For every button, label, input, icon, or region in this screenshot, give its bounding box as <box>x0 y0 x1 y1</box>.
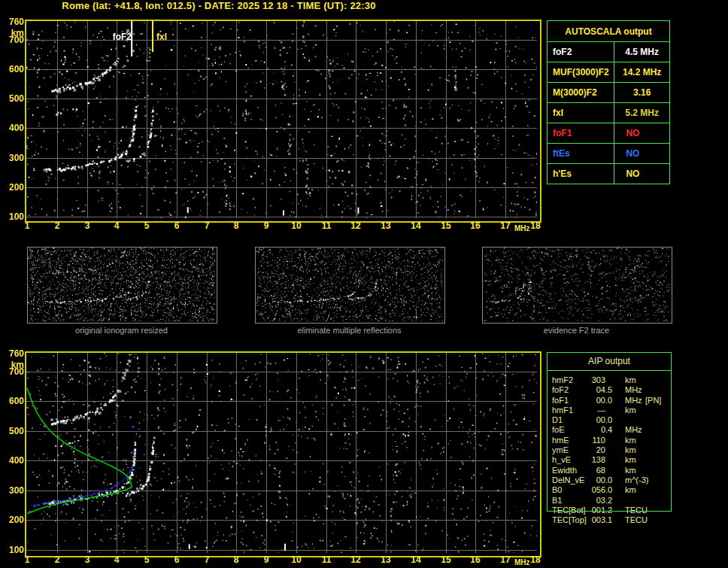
aip-unit: TECU <box>625 515 648 525</box>
aip-row: Ewidth68km <box>547 466 672 475</box>
aip-param: DelN_vE <box>552 475 584 485</box>
aip-unit: km <box>625 455 636 465</box>
x-tick-label: 3 <box>78 554 96 565</box>
fof2-marker-label: foF2 <box>88 32 132 42</box>
aip-row: foE0.4MHz <box>547 425 672 435</box>
y-tick-label: 400 <box>2 123 24 133</box>
x-tick-label: 11 <box>317 554 335 565</box>
table-row: M(3000)F23.16 <box>548 83 670 103</box>
x-tick-label: 10 <box>287 220 305 231</box>
x-tick-label: 15 <box>437 554 455 565</box>
x-tick-label: 16 <box>466 554 484 565</box>
aip-value-int: 04 <box>581 385 605 395</box>
x-tick-label: 9 <box>257 554 275 565</box>
aip-value-int: 138 <box>581 455 605 465</box>
aip-unit: km <box>625 485 636 495</box>
param-cell: foF2 <box>548 42 614 62</box>
x-tick-label: 13 <box>377 220 395 231</box>
aip-param: ymE <box>552 445 569 455</box>
aip-unit: m^(-3) <box>625 475 648 485</box>
x-axis-unit: MHz <box>514 557 537 568</box>
aip-value-int: 0 <box>581 425 605 435</box>
x-tick-label: 6 <box>168 554 186 565</box>
aip-row: TEC[Top]003.1TECU <box>547 515 672 525</box>
x-tick-label: 15 <box>437 220 455 231</box>
x-tick-label: 2 <box>48 554 66 565</box>
y-tick-label: 200 <box>2 182 24 193</box>
aip-unit: TECU <box>625 506 648 515</box>
value-cell: 14.2 MHz <box>614 62 670 83</box>
x-tick-label: 5 <box>138 220 156 231</box>
aip-param: hmE <box>552 436 569 445</box>
ionogram-plot-bottom <box>25 351 541 557</box>
aip-unit: MHz <box>625 396 642 405</box>
x-tick-label: 5 <box>138 554 156 565</box>
table-row: fxI5.2 MHz <box>548 103 670 123</box>
y-tick-label: 300 <box>2 485 24 496</box>
aip-param: foE <box>552 425 565 435</box>
y-tick-label: 760 <box>2 348 24 359</box>
aip-value-frac: .1 <box>605 515 612 525</box>
thumbnail-canvas-eliminate <box>256 248 443 321</box>
aip-row: TEC[Bot]001.2TECU <box>547 506 672 515</box>
y-axis-unit: km <box>2 360 24 370</box>
y-tick-label: 100 <box>2 211 24 222</box>
param-cell: MUF(3000)F2 <box>548 62 614 83</box>
x-tick-label: 17 <box>496 220 514 231</box>
x-tick-label: 4 <box>108 220 126 231</box>
aip-param: Ewidth <box>552 466 577 475</box>
autoscala-header: AUTOSCALA output <box>548 21 670 42</box>
x-tick-label: 7 <box>198 220 216 231</box>
y-tick-label: 200 <box>2 515 24 525</box>
aip-row: B103.2 <box>547 496 672 506</box>
aip-param: hmF1 <box>552 405 573 415</box>
x-tick-label: 6 <box>168 220 186 231</box>
aip-value-frac: .0 <box>605 396 612 405</box>
thumbnail-caption-original: original ionogram resized <box>27 326 216 335</box>
aip-value-int: 03 <box>581 496 605 506</box>
thumbnail-caption-evidence: evidence F2 trace <box>482 326 671 335</box>
x-tick-label: 12 <box>347 220 365 231</box>
thumbnail-original-ionogram <box>27 247 217 323</box>
table-row: MUF(3000)F214.2 MHz <box>548 62 670 83</box>
aip-table: AIP output hmF2303kmfoF204.5MHzfoF100.0M… <box>547 352 672 370</box>
param-cell: ftEs <box>548 144 614 164</box>
aip-extra: [PN] <box>645 396 661 405</box>
aip-value-int: 303 <box>581 375 605 385</box>
x-tick-label: 16 <box>466 220 484 231</box>
aip-row: foF204.5MHz <box>547 385 672 395</box>
aip-param: foF1 <box>552 396 569 405</box>
x-tick-label: 7 <box>198 554 216 565</box>
aip-value-int: 00 <box>581 475 605 485</box>
y-tick-label: 500 <box>2 93 24 104</box>
x-tick-label: 14 <box>407 220 425 231</box>
thumbnail-eliminate-multiples <box>255 247 445 323</box>
aip-row: DelN_vE00.0m^(-3) <box>547 475 672 485</box>
aip-value-int: 003 <box>581 515 605 525</box>
aip-param: hmF2 <box>552 375 573 385</box>
x-tick-label: 14 <box>407 554 425 565</box>
aip-unit: MHz <box>625 385 642 395</box>
y-tick-label: 600 <box>2 64 24 74</box>
page-title: Rome (lat: +41.8, lon: 012.5) - DATE: 20… <box>0 0 438 11</box>
aip-row: foF100.0MHz[PN] <box>547 396 672 405</box>
x-tick-label: 1 <box>18 554 36 565</box>
value-cell: NO <box>614 123 670 144</box>
x-tick-label: 9 <box>257 220 275 231</box>
aip-value-int: 20 <box>581 445 605 455</box>
aip-unit: km <box>625 445 636 455</box>
table-row: foF1NO <box>548 123 670 144</box>
x-tick-label: 17 <box>496 554 514 565</box>
aip-unit: MHz <box>625 425 642 435</box>
x-tick-label: 1 <box>18 220 36 231</box>
param-cell: foF1 <box>548 123 614 144</box>
x-axis-unit: MHz <box>514 223 537 234</box>
aip-row: hmF2303km <box>547 375 672 385</box>
ionogram-canvas-top <box>26 21 537 218</box>
aip-row: h_vE138km <box>547 455 672 465</box>
aip-value-frac: .0 <box>605 475 612 485</box>
aip-param: TEC[Bot] <box>552 506 586 515</box>
aip-row: ymE20km <box>547 445 672 455</box>
aip-unit: km <box>625 405 636 415</box>
aip-unit: km <box>625 466 636 475</box>
